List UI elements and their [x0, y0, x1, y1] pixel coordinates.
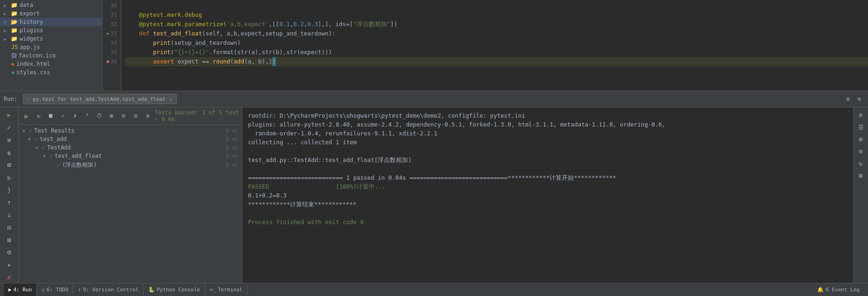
collapse-btn[interactable]: ⊟ [118, 111, 129, 121]
tree-item-testaddfloat[interactable]: ▼ ✓ test_add_float 0 ms [19, 152, 242, 160]
left-icon-sort[interactable]: ⇅ [3, 147, 16, 158]
left-icon-skip[interactable]: ⟩ [3, 184, 16, 196]
left-icon-gear[interactable]: ⚙ [3, 247, 16, 258]
menu-icon-btn[interactable]: ≡ [854, 94, 864, 104]
sidebar-item-appjs[interactable]: JS app.js [0, 43, 102, 51]
folder-icon-plugins: 📁 [11, 27, 18, 34]
num-02: 0.2 [293, 20, 304, 29]
sort-dur-btn[interactable]: ⏱ [94, 111, 104, 121]
run-btn[interactable]: ▶ [21, 111, 32, 121]
num-2: 2 [269, 57, 273, 66]
output-line-9: 0.1+0.2=0.3 [248, 191, 847, 200]
str-params: 'a,b,expect' [227, 20, 269, 29]
right-icon-6[interactable]: ⊠ [855, 170, 867, 181]
code-line-30 [125, 1, 868, 10]
bottom-tab-terminal[interactable]: >_ Terminal [205, 283, 248, 296]
rerun-btn[interactable]: ↻ [34, 111, 44, 121]
output-line-12: Process finished with exit code 0 [248, 218, 847, 226]
right-icon-2[interactable]: ☰ [855, 121, 867, 133]
decorator-debug: @pytest.mark.debug [125, 10, 202, 20]
tree-item-root[interactable]: ▼ ✓ Test Results 0 ms [19, 127, 242, 135]
line-num-30: 30 [103, 1, 117, 10]
bottom-tab-python-console[interactable]: 🐍 Python Console [144, 283, 205, 296]
right-icon-1[interactable]: ≡ [855, 109, 867, 120]
selected-paren: ) [272, 57, 276, 66]
sidebar-item-widgets[interactable]: ▶ 📁 widgets [0, 35, 102, 43]
filter-pass-btn[interactable]: ✓ [58, 111, 68, 121]
tree-time-float-param: 0 ms [226, 162, 239, 168]
run-tab[interactable]: ✓ py.test for test_add.TestAdd.test_add_… [23, 94, 177, 104]
tree-icon-testadd: ✓ [34, 136, 38, 142]
tree-icon-root: ✓ [29, 127, 32, 134]
expand-btn[interactable]: ⊞ [106, 111, 117, 121]
sidebar-item-history[interactable]: ▼ 📂 history [0, 18, 102, 26]
sidebar-label-index: index.html [16, 61, 50, 67]
main-content: ▶ ✓ ≡ ⇅ ⊞ ↻ ⟩ ↑ ↓ ⊡ ⊠ ⚙ ✦ ✗ ▶ ↻ ⏹ ✓ ✗ ᴬ [0, 107, 868, 283]
export-btn[interactable]: ⊡ [131, 111, 141, 121]
event-log[interactable]: 🔔 6 Event Log [813, 287, 864, 293]
left-icon-list[interactable]: ≡ [3, 134, 16, 146]
output-panel: rootdir: D:\PycharmProjects\uhogwarts\py… [242, 107, 853, 283]
output-line-10: ************计算结束************ [248, 200, 847, 209]
tree-label-testaddfloat: test_add_float [55, 153, 102, 159]
output-line-7: =========================== 1 passed in … [248, 173, 847, 182]
bottom-tab-todo[interactable]: ☑ 6: TODO [37, 283, 73, 296]
sidebar-item-plugins[interactable]: ▶ 📁 plugins [0, 26, 102, 35]
settings-icon-btn[interactable]: ⚙ [843, 94, 853, 104]
sidebar-label-plugins: plugins [20, 27, 43, 34]
output-line-1: plugins: allure-pytest-2.8.40, assume-2.… [248, 120, 847, 129]
run-icon: ▶ [8, 287, 12, 293]
stop-btn[interactable]: ⏹ [46, 111, 56, 121]
num-01: 0.1 [279, 20, 290, 29]
event-log-label: 6 Event Log [826, 287, 860, 293]
tree-label-testadd: test_add [40, 136, 67, 142]
right-icon-5[interactable]: ↻ [855, 158, 867, 169]
tree-item-testadd[interactable]: ▼ ✓ test_add 0 ms [19, 135, 242, 143]
left-icon-star[interactable]: ✦ [3, 259, 16, 271]
code-line-35: print("{}+{}={}".format(str(a),str(b),st… [125, 48, 868, 57]
left-icon-down[interactable]: ↓ [3, 209, 16, 221]
code-editor: 30 31 32 ▶33 34 35 ●36 [103, 0, 868, 91]
line-num-34: 34 [103, 38, 117, 48]
tree-item-float-param[interactable]: ✓ (浮点数相加) 0 ms [19, 160, 242, 170]
sort-alpha-btn[interactable]: ᴬ [82, 111, 92, 121]
left-icons-panel: ▶ ✓ ≡ ⇅ ⊞ ↻ ⟩ ↑ ↓ ⊡ ⊠ ⚙ ✦ ✗ [0, 107, 19, 283]
folder-icon-export: 📁 [11, 10, 18, 17]
filter-fail-btn[interactable]: ✗ [70, 111, 80, 121]
sidebar-item-index[interactable]: ◈ index.html [0, 60, 102, 68]
tree-item-testaddclass[interactable]: ▼ ✓ TestAdd 0 ms [19, 143, 242, 152]
tree-time-testaddclass: 0 ms [226, 145, 239, 151]
sidebar-item-data[interactable]: ▶ 📁 data [0, 1, 102, 9]
bottom-tab-vc[interactable]: ↑ 9: Version Control [73, 283, 144, 296]
settings-test-btn[interactable]: ⚙ [143, 111, 153, 121]
file-icon-css: ◈ [11, 69, 14, 76]
run-tab-close[interactable]: ✕ [169, 96, 172, 102]
tree-arrow-testaddfloat: ▼ [43, 154, 48, 159]
left-icon-run[interactable]: ▶ [3, 109, 16, 121]
left-icon-close[interactable]: ✗ [3, 271, 16, 283]
str-format: "{}+{}={}" [174, 48, 209, 57]
output-line-3: collecting ... collected 1 item [248, 138, 847, 147]
bottom-tab-run[interactable]: ▶ 4: Run [4, 283, 37, 296]
left-icon-import[interactable]: ⊠ [3, 234, 16, 246]
sidebar-item-styles[interactable]: ◈ styles.css [0, 68, 102, 77]
left-icon-up[interactable]: ↑ [3, 197, 16, 208]
code-bracket: ,[[ [269, 20, 280, 29]
sidebar-item-favicon[interactable]: 🖼 favicon.ico [0, 51, 102, 60]
left-icon-check[interactable]: ✓ [3, 122, 16, 134]
sidebar-item-export[interactable]: ▶ 📁 export [0, 9, 102, 18]
right-icon-3[interactable]: ⊞ [855, 134, 867, 145]
left-icon-filter[interactable]: ⊞ [3, 159, 16, 171]
left-icon-export[interactable]: ⊡ [3, 221, 16, 233]
toolbar-icons: ⚙ ≡ [843, 94, 864, 104]
sidebar-label-data: data [20, 2, 33, 8]
sidebar-arrow-data: ▶ [4, 3, 9, 8]
breakpoint-36: ● [107, 57, 110, 66]
bottom-tab-terminal-label: Terminal [218, 287, 242, 293]
fn-add: add [234, 57, 244, 66]
right-icon-4[interactable]: ⊟ [855, 146, 867, 157]
run-controls: ▶ ↻ ⏹ ✓ ✗ ᴬ ⏱ ⊞ ⊟ ⊡ ⚙ Tests passed: 1 of… [19, 107, 242, 125]
left-icon-rerun[interactable]: ↻ [3, 172, 16, 183]
tree-label-root: Test Results [34, 127, 75, 134]
sidebar-label-styles: styles.css [16, 69, 50, 76]
